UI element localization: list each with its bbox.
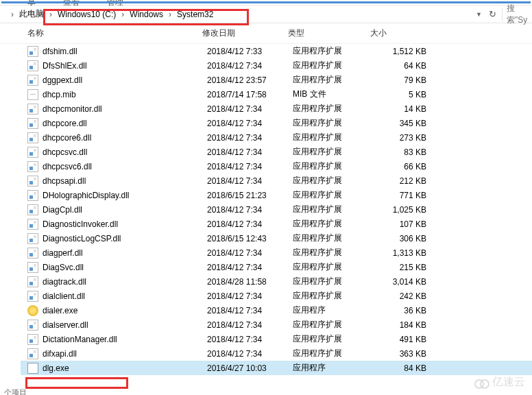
file-row[interactable]: diagtrack.dll2018/4/28 11:58应用程序扩展3,014 …: [21, 274, 532, 289]
col-name[interactable]: 名称: [27, 27, 202, 39]
file-name: dialclient.dll: [43, 291, 207, 301]
file-size: 36 KB: [375, 306, 426, 315]
file-row[interactable]: difxapi.dll2018/4/12 7:34应用程序扩展363 KB: [21, 346, 532, 361]
file-row[interactable]: dhcpcsvc6.dll2018/4/12 7:34应用程序扩展66 KB: [21, 159, 532, 173]
file-name: dhcpcore.dll: [43, 119, 207, 128]
file-size: 64 KB: [375, 61, 426, 71]
dropdown-icon[interactable]: ▼: [476, 11, 482, 18]
chevron-right-icon[interactable]: ›: [167, 10, 173, 19]
file-row[interactable]: dhcpcore.dll2018/4/12 7:34应用程序扩展345 KB: [21, 116, 532, 130]
file-row[interactable]: dggpext.dll2018/4/12 23:57应用程序扩展79 KB: [21, 73, 532, 87]
file-name: dialserver.dll: [43, 320, 207, 330]
dll-icon: [27, 147, 38, 158]
file-type: MIB 文件: [293, 88, 375, 100]
dll-icon: [27, 161, 38, 172]
file-name: dhcpsapi.dll: [43, 176, 207, 186]
file-name: DiagCpl.dll: [43, 205, 207, 215]
chevron-right-icon[interactable]: ›: [48, 10, 53, 19]
file-date: 2018/4/12 7:34: [207, 176, 293, 186]
file-date: 2018/4/12 7:34: [207, 219, 293, 229]
file-row[interactable]: dhcpcore6.dll2018/4/12 7:34应用程序扩展273 KB: [21, 130, 532, 145]
file-type: 应用程序扩展: [293, 160, 375, 172]
file-type: 应用程序扩展: [293, 333, 375, 345]
file-date: 2018/4/12 7:34: [207, 320, 293, 330]
file-type: 应用程序扩展: [293, 290, 375, 302]
col-date[interactable]: 修改日期: [202, 27, 288, 39]
crumb-root[interactable]: 此电脑: [15, 7, 48, 22]
col-type[interactable]: 类型: [288, 27, 370, 39]
file-row[interactable]: dhcpcmonitor.dll2018/4/12 7:34应用程序扩展14 K…: [21, 101, 532, 116]
file-name: dlg.exe: [43, 363, 207, 373]
file-row[interactable]: dialer.exe2018/4/12 7:34应用程序36 KB: [21, 303, 532, 318]
file-row[interactable]: DiagCpl.dll2018/4/12 7:34应用程序扩展1,025 KB: [21, 202, 532, 217]
crumb-windows[interactable]: Windows: [125, 7, 167, 22]
status-bar: 个项目: [0, 390, 532, 395]
watermark: 亿速云: [474, 375, 525, 390]
file-size: 79 KB: [375, 75, 426, 85]
file-name: DiagnosticInvoker.dll: [43, 219, 207, 229]
dll-icon: [27, 334, 38, 345]
search-input[interactable]: 搜索"Sy: [502, 8, 532, 21]
crumb-drive[interactable]: Windows10 (C:): [53, 7, 120, 22]
file-type: 应用程序: [293, 304, 375, 316]
file-size: 242 KB: [375, 291, 426, 301]
file-size: 306 KB: [375, 234, 426, 243]
col-size[interactable]: 大小: [370, 27, 425, 39]
file-row[interactable]: dfshim.dll2018/4/12 7:33应用程序扩展1,512 KB: [21, 44, 532, 58]
file-date: 2018/4/28 11:58: [207, 277, 293, 287]
file-name: dhcpcore6.dll: [43, 133, 207, 143]
file-row[interactable]: DiagnosticInvoker.dll2018/4/12 7:34应用程序扩…: [21, 217, 532, 231]
file-row[interactable]: DfsShlEx.dll2018/4/12 7:34应用程序扩展64 KB: [21, 58, 532, 73]
exe-icon: [27, 363, 38, 374]
file-row[interactable]: DiagSvc.dll2018/4/12 7:34应用程序扩展215 KB: [21, 260, 532, 274]
dll-icon: [27, 219, 38, 230]
crumb-system32[interactable]: System32: [173, 7, 217, 22]
file-type: 应用程序扩展: [293, 276, 375, 287]
file-size: 215 KB: [375, 263, 426, 272]
file-type: 应用程序扩展: [293, 60, 375, 71]
file-date: 2018/4/12 7:34: [207, 162, 293, 171]
file-type: 应用程序扩展: [293, 204, 375, 215]
chevron-right-icon[interactable]: ›: [120, 10, 125, 19]
highlight-box-file: [25, 377, 128, 389]
file-row[interactable]: dialclient.dll2018/4/12 7:34应用程序扩展242 KB: [21, 289, 532, 303]
chevron-right-icon[interactable]: ›: [10, 10, 15, 19]
dll-icon: [27, 320, 38, 331]
file-name: dhcp.mib: [43, 90, 207, 99]
file-size: 1,512 KB: [375, 47, 426, 56]
file-name: dhcpcsvc6.dll: [43, 162, 207, 171]
file-row[interactable]: dialserver.dll2018/4/12 7:34应用程序扩展184 KB: [21, 318, 532, 332]
file-type: 应用程序扩展: [293, 103, 375, 115]
file-date: 2018/4/12 7:34: [207, 147, 293, 157]
file-type: 应用程序扩展: [293, 319, 375, 331]
file-date: 2018/4/12 7:34: [207, 306, 293, 315]
file-row[interactable]: DictationManager.dll2018/4/12 7:34应用程序扩展…: [21, 332, 532, 346]
file-type: 应用程序扩展: [293, 232, 375, 244]
file-size: 5 KB: [375, 90, 426, 99]
file-name: DiagSvc.dll: [43, 263, 207, 272]
file-type: 应用程序: [293, 362, 375, 374]
file-date: 2016/4/27 10:03: [207, 363, 293, 373]
dll-icon: [27, 348, 38, 359]
file-size: 107 KB: [375, 219, 426, 229]
refresh-icon[interactable]: ↻: [489, 9, 496, 19]
dll-icon: [27, 176, 38, 187]
file-date: 2018/4/12 7:34: [207, 291, 293, 301]
dll-icon: [27, 204, 38, 215]
file-row[interactable]: diagperf.dll2018/4/12 7:34应用程序扩展1,313 KB: [21, 246, 532, 260]
file-row[interactable]: dlg.exe2016/4/27 10:03应用程序84 KB: [21, 361, 532, 375]
file-date: 2018/4/12 7:34: [207, 335, 293, 344]
file-row[interactable]: DHolographicDisplay.dll2018/6/15 21:23应用…: [21, 188, 532, 202]
file-name: DfsShlEx.dll: [43, 61, 207, 71]
file-row[interactable]: dhcp.mib2018/7/14 17:58MIB 文件5 KB: [21, 87, 532, 101]
dll-icon: [27, 46, 38, 57]
file-row[interactable]: dhcpcsvc.dll2018/4/12 7:34应用程序扩展83 KB: [21, 145, 532, 159]
file-size: 14 KB: [375, 104, 426, 114]
file-name: dhcpcmonitor.dll: [43, 104, 207, 114]
file-size: 84 KB: [375, 363, 426, 373]
file-name: DHolographicDisplay.dll: [43, 191, 207, 200]
file-row[interactable]: DiagnosticLogCSP.dll2018/6/15 12:43应用程序扩…: [21, 231, 532, 246]
dll-icon: [27, 233, 38, 244]
breadcrumb[interactable]: › 此电脑 › Windows10 (C:) › Windows › Syste…: [0, 5, 470, 23]
file-row[interactable]: dhcpsapi.dll2018/4/12 7:34应用程序扩展212 KB: [21, 173, 532, 188]
